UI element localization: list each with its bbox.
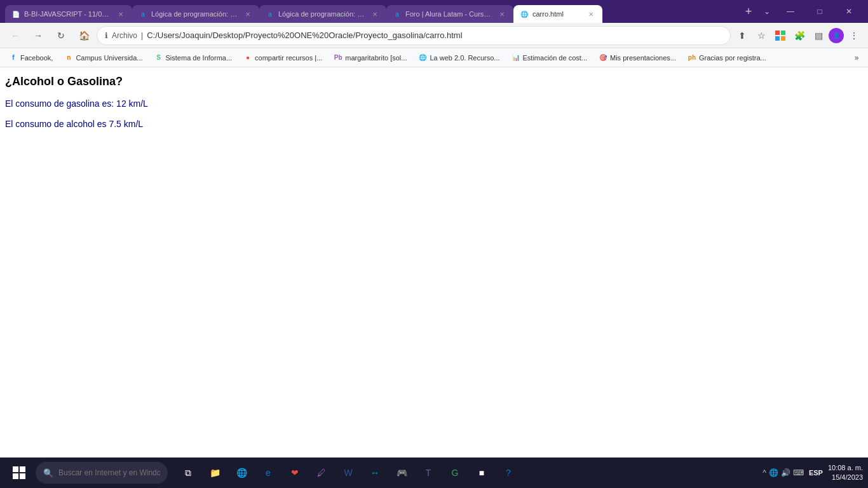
page-heading: ¿Alcohol o Gasolina? <box>5 75 863 88</box>
more-menu-button[interactable]: ⋮ <box>845 27 863 44</box>
bookmark-label-bm2: Campus Universida... <box>76 54 142 62</box>
maximize-button[interactable]: □ <box>806 0 834 23</box>
bookmark-bm1[interactable]: f Facebook, <box>4 51 58 64</box>
tab-close-tab3[interactable]: ✕ <box>370 9 380 19</box>
browser-tab-tab2[interactable]: a Lógica de programación: Pri... ✕ <box>132 5 259 23</box>
bookmark-bm9[interactable]: ph Gracias por registra... <box>682 51 771 64</box>
tab-label-tab3: Lógica de programación: Pri... <box>278 10 366 18</box>
windows-icon[interactable] <box>771 27 789 44</box>
tab-close-tab4[interactable]: ✕ <box>497 9 507 19</box>
bookmark-bm4[interactable]: ● compartir recursos |... <box>238 51 327 64</box>
taskbar-time[interactable]: 10:08 a. m. 15/4/2023 <box>828 463 863 483</box>
clock-time: 10:08 a. m. <box>828 463 863 473</box>
tab-label-tab2: Lógica de programación: Pri... <box>151 10 239 18</box>
new-tab-button[interactable]: + <box>740 3 757 20</box>
tab-search-icon[interactable]: ⌄ <box>763 7 771 16</box>
taskbar-app-app12[interactable]: ■ <box>469 459 494 487</box>
taskbar-app-chrome[interactable]: 🌐 <box>229 459 254 487</box>
info-icon: ℹ <box>105 31 108 40</box>
tray-network-icon[interactable]: 🌐 <box>769 468 778 477</box>
tab-close-tab2[interactable]: ✕ <box>243 9 253 19</box>
close-button[interactable]: ✕ <box>835 0 863 23</box>
tab-favicon-tab5: 🌐 <box>520 10 529 18</box>
browser-tab-tab3[interactable]: a Lógica de programación: Pri... ✕ <box>259 5 386 23</box>
system-tray: ^ 🌐 🔊 ⌨ <box>763 468 804 477</box>
tab-favicon-tab2: a <box>139 10 147 18</box>
tab-label-tab4: Foro | Alura Latam - Cursos d... <box>405 10 493 18</box>
browser-tab-tab5[interactable]: 🌐 carro.html ✕ <box>513 5 602 23</box>
tray-expand-icon[interactable]: ^ <box>763 468 766 477</box>
bookmark-favicon-bm9: ph <box>688 53 696 62</box>
bookmark-favicon-bm6: 🌐 <box>418 53 427 62</box>
tray-keyboard-icon[interactable]: ⌨ <box>793 468 804 477</box>
taskbar-app-edge[interactable]: e <box>255 459 281 487</box>
clock-date: 15/4/2023 <box>828 473 863 482</box>
forward-button[interactable]: → <box>28 25 48 46</box>
bookmark-bm6[interactable]: 🌐 La web 2.0. Recurso... <box>413 51 505 64</box>
alcohol-line: El consumo de alcohol es 7.5 km/L <box>5 119 863 129</box>
taskbar-app-icon-chrome: 🌐 <box>234 465 249 480</box>
taskbar-right: ^ 🌐 🔊 ⌨ ESP 10:08 a. m. 15/4/2023 <box>763 463 863 483</box>
taskbar-app-icon-app13: ? <box>501 465 516 480</box>
browser-window: 📄 B-BI-JAVASCRIPT - 11/02/20... ✕ a Lógi… <box>0 0 868 488</box>
refresh-button[interactable]: ↻ <box>51 25 71 46</box>
tab-favicon-tab1: 📄 <box>11 10 20 18</box>
bookmark-bm2[interactable]: n Campus Universida... <box>59 51 147 64</box>
protocol-label: Archivo <box>112 31 137 40</box>
bookmark-favicon-bm7: 📊 <box>512 53 520 62</box>
bookmark-bm8[interactable]: 🎯 Mis presentaciones... <box>593 51 681 64</box>
bookmark-bm3[interactable]: S Sistema de Informa... <box>149 51 238 64</box>
taskbar-app-app5[interactable]: ❤ <box>282 459 308 487</box>
back-button[interactable]: ← <box>5 25 25 46</box>
page-content: ¿Alcohol o Gasolina? El consumo de gasol… <box>0 67 868 458</box>
bookmark-star-button[interactable]: ☆ <box>752 27 770 44</box>
minimize-button[interactable]: — <box>776 0 804 23</box>
taskbar-app-app9[interactable]: 🎮 <box>389 459 414 487</box>
tab-favicon-tab4: a <box>393 10 402 18</box>
bookmark-label-bm3: Sistema de Informa... <box>166 54 233 62</box>
tab-label-tab1: B-BI-JAVASCRIPT - 11/02/20... <box>24 10 112 18</box>
bookmark-bm7[interactable]: 📊 Estimación de cost... <box>506 51 593 64</box>
browser-tab-tab4[interactable]: a Foro | Alura Latam - Cursos d... ✕ <box>386 5 513 23</box>
address-bar-container: ℹ Archivo | <box>97 26 731 45</box>
bookmark-label-bm6: La web 2.0. Recurso... <box>430 54 499 62</box>
tab-strip: 📄 B-BI-JAVASCRIPT - 11/02/20... ✕ a Lógi… <box>5 0 737 23</box>
address-input[interactable] <box>147 30 722 40</box>
profile-icon[interactable]: 👤 <box>829 28 844 43</box>
share-button[interactable]: ⬆ <box>733 27 751 44</box>
bookmark-favicon-bm3: S <box>154 53 163 62</box>
taskbar-apps: ⧉📁🌐e❤🖊W↔🎮TG■? <box>175 459 521 487</box>
address-separator: | <box>141 31 143 40</box>
taskbar-app-task-view[interactable]: ⧉ <box>175 459 201 487</box>
tab-close-tab1[interactable]: ✕ <box>116 9 126 19</box>
tab-close-tab5[interactable]: ✕ <box>586 9 596 19</box>
extensions-button[interactable]: 🧩 <box>790 27 808 44</box>
bookmark-bm5[interactable]: Pb margaritabrito [sol... <box>329 51 412 64</box>
taskbar-app-app8[interactable]: ↔ <box>362 459 388 487</box>
sidebar-button[interactable]: ▤ <box>810 27 827 44</box>
browser-tab-tab1[interactable]: 📄 B-BI-JAVASCRIPT - 11/02/20... ✕ <box>5 5 132 23</box>
taskbar-app-app11[interactable]: G <box>442 459 468 487</box>
taskbar-search[interactable]: 🔍 <box>36 462 168 484</box>
bookmarks-more-button[interactable]: » <box>849 50 864 65</box>
taskbar-app-word[interactable]: W <box>336 459 361 487</box>
taskbar-app-explorer[interactable]: 📁 <box>202 459 227 487</box>
tray-volume-icon[interactable]: 🔊 <box>781 468 790 477</box>
bookmark-favicon-bm2: n <box>64 53 73 62</box>
taskbar-search-input[interactable] <box>58 468 160 477</box>
start-button[interactable] <box>5 459 33 487</box>
taskbar-app-icon-app8: ↔ <box>367 465 383 480</box>
title-bar-controls: ⌄ <box>763 7 771 16</box>
home-button[interactable]: 🏠 <box>74 25 94 46</box>
taskbar-app-app13[interactable]: ? <box>496 459 521 487</box>
taskbar-app-teams[interactable]: T <box>416 459 441 487</box>
taskbar-app-icon-app5: ❤ <box>287 465 302 480</box>
taskbar-app-icon-teams: T <box>421 465 436 480</box>
bookmark-label-bm7: Estimación de cost... <box>523 54 588 62</box>
bookmark-favicon-bm4: ● <box>243 53 252 62</box>
taskbar-app-app6[interactable]: 🖊 <box>309 459 334 487</box>
nav-bar: ← → ↻ 🏠 ℹ Archivo | ⬆ ☆ 🧩 ▤ 👤 ⋮ <box>0 23 868 48</box>
language-indicator[interactable]: ESP <box>809 469 823 477</box>
bookmark-label-bm5: margaritabrito [sol... <box>345 54 407 62</box>
taskbar-app-icon-explorer: 📁 <box>207 465 222 480</box>
